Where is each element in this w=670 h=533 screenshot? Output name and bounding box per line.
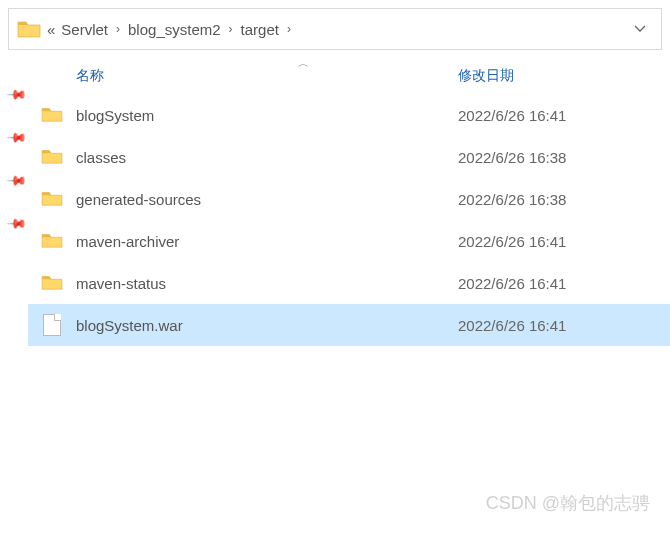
folder-icon — [41, 147, 63, 168]
file-date: 2022/6/26 16:38 — [458, 149, 658, 166]
folder-icon — [41, 105, 63, 126]
sort-indicator-icon[interactable]: ︿ — [298, 56, 309, 71]
chevron-right-icon[interactable]: › — [285, 22, 293, 36]
file-name: generated-sources — [76, 191, 458, 208]
header-name[interactable]: 名称 — [28, 67, 458, 85]
chevron-right-icon[interactable]: › — [227, 22, 235, 36]
file-name: blogSystem.war — [76, 317, 458, 334]
file-icon — [43, 314, 61, 336]
watermark: CSDN @翰包的志骋 — [486, 491, 650, 515]
list-item[interactable]: blogSystem2022/6/26 16:41 — [28, 94, 670, 136]
pin-column: 📌 📌 📌 📌 — [0, 60, 28, 232]
pin-icon: 📌 — [6, 212, 31, 237]
list-item[interactable]: blogSystem.war2022/6/26 16:41 — [28, 304, 670, 346]
file-date: 2022/6/26 16:41 — [458, 233, 658, 250]
breadcrumb-item-1[interactable]: blog_system2 — [128, 21, 221, 38]
folder-icon — [41, 231, 63, 252]
chevron-right-icon[interactable]: › — [114, 22, 122, 36]
file-date: 2022/6/26 16:41 — [458, 317, 658, 334]
folder-icon — [41, 273, 63, 294]
breadcrumb-prefix: « — [47, 21, 55, 38]
pin-icon: 📌 — [6, 83, 31, 108]
file-name: blogSystem — [76, 107, 458, 124]
file-rows: blogSystem2022/6/26 16:41classes2022/6/2… — [28, 94, 670, 346]
pin-icon: 📌 — [6, 169, 31, 194]
chevron-down-icon[interactable] — [627, 19, 653, 40]
list-item[interactable]: generated-sources2022/6/26 16:38 — [28, 178, 670, 220]
list-item[interactable]: maven-archiver2022/6/26 16:41 — [28, 220, 670, 262]
breadcrumb-item-2[interactable]: target — [241, 21, 279, 38]
file-list: ︿ 名称 修改日期 blogSystem2022/6/26 16:41class… — [28, 58, 670, 346]
address-bar[interactable]: « Servlet › blog_system2 › target › — [8, 8, 662, 50]
file-name: maven-archiver — [76, 233, 458, 250]
breadcrumb-item-0[interactable]: Servlet — [61, 21, 108, 38]
column-headers: ︿ 名称 修改日期 — [28, 58, 670, 94]
folder-icon — [17, 19, 41, 39]
header-modified[interactable]: 修改日期 — [458, 67, 628, 85]
file-name: classes — [76, 149, 458, 166]
folder-icon — [41, 189, 63, 210]
list-item[interactable]: maven-status2022/6/26 16:41 — [28, 262, 670, 304]
file-name: maven-status — [76, 275, 458, 292]
pin-icon: 📌 — [6, 126, 31, 151]
file-date: 2022/6/26 16:38 — [458, 191, 658, 208]
list-item[interactable]: classes2022/6/26 16:38 — [28, 136, 670, 178]
file-date: 2022/6/26 16:41 — [458, 107, 658, 124]
file-date: 2022/6/26 16:41 — [458, 275, 658, 292]
